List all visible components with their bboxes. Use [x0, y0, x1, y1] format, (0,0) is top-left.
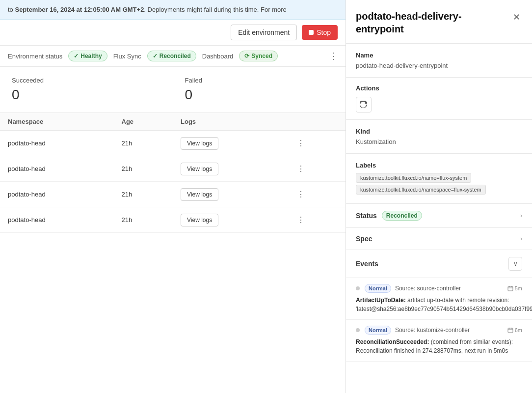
table-row: podtato-head 21h View logs ⋮ [0, 156, 346, 182]
cell-age: 21h [114, 207, 173, 233]
view-logs-button[interactable]: View logs [181, 188, 218, 201]
reconciled-badge-text: Reconciled [160, 53, 191, 59]
stop-label: Stop [317, 28, 331, 36]
banner-date: September 16, 2024 at 12:05:00 AM GMT+2 [15, 6, 144, 13]
cell-namespace: podtato-head [0, 207, 114, 233]
status-chevron-icon: › [520, 212, 522, 219]
col-logs: Logs [173, 113, 287, 131]
event-meta: Normal Source: kustomize-controller 6m [356, 326, 522, 335]
stop-button[interactable]: Stop [302, 25, 338, 40]
banner-suffix: . Deployments might fail during this tim… [144, 6, 286, 13]
sync-icon [244, 53, 249, 59]
status-section-label: Status [356, 212, 377, 220]
event-time: 5m [507, 285, 522, 291]
label-tag: kustomize.toolkit.fluxcd.io/namespace=fl… [356, 185, 486, 195]
calendar-icon [507, 327, 513, 333]
cell-actions: ⋮ [287, 182, 346, 207]
row-actions-button[interactable]: ⋮ [295, 213, 307, 226]
chevron-down-icon: ∨ [513, 260, 518, 267]
synced-badge-text: Synced [251, 53, 272, 59]
cell-actions: ⋮ [287, 156, 346, 182]
banner: to September 16, 2024 at 12:05:00 AM GMT… [0, 0, 346, 20]
collapse-events-button[interactable]: ∨ [508, 257, 522, 271]
view-logs-button[interactable]: View logs [181, 137, 218, 150]
close-button[interactable]: ✕ [511, 10, 522, 25]
cell-logs: View logs [173, 131, 287, 156]
svg-rect-4 [508, 328, 513, 333]
name-value: podtato-head-delivery-entrypoint [356, 62, 522, 69]
col-age: Age [114, 113, 173, 131]
succeeded-value: 0 [12, 87, 161, 103]
status-row-left: Status Reconciled [356, 211, 422, 221]
deployments-table: Namespace Age Logs podtato-head 21h View… [0, 113, 346, 233]
right-panel: podtato-head-delivery-entrypoint ✕ Name … [346, 0, 532, 393]
reconciled-badge: Reconciled [147, 51, 196, 61]
kind-label: Kind [356, 128, 522, 135]
row-actions-button[interactable]: ⋮ [295, 188, 307, 201]
reconciled-check-icon [153, 53, 158, 59]
spec-section-label: Spec [356, 235, 372, 243]
cell-actions: ⋮ [287, 207, 346, 233]
event-dot-icon [356, 286, 360, 290]
dashboard-label: Dashboard [202, 53, 234, 60]
row-actions-button[interactable]: ⋮ [295, 162, 307, 175]
status-section-row[interactable]: Status Reconciled › [346, 204, 532, 228]
status-reconciled-badge: Reconciled [382, 211, 422, 221]
event-body: ReconciliationSucceeded: (combined from … [356, 337, 522, 355]
right-panel-title: podtato-head-delivery-entrypoint [356, 10, 508, 35]
labels-section: Labels kustomize.toolkit.fluxcd.io/name=… [346, 154, 532, 204]
view-logs-button[interactable]: View logs [181, 214, 218, 226]
event-body: ArtifactUpToDate: artifact up-to-date wi… [356, 296, 522, 313]
events-container: Normal Source: source-controller 5m Arti… [346, 278, 532, 362]
svg-rect-0 [508, 286, 513, 291]
labels-container: kustomize.toolkit.fluxcd.io/name=flux-sy… [356, 172, 522, 196]
cell-actions: ⋮ [287, 131, 346, 156]
actions-section: Actions [346, 78, 532, 120]
event-body-bold: ReconciliationSucceeded: [356, 338, 429, 345]
healthy-badge-text: Healthy [80, 53, 102, 59]
succeeded-stat: Succeeded 0 [0, 67, 173, 112]
stats-row: Succeeded 0 Failed 0 [0, 67, 346, 113]
event-dot-icon [356, 328, 360, 332]
failed-value: 0 [185, 87, 334, 103]
event-type-badge: Normal [365, 326, 391, 335]
flux-sync-label: Flux Sync [113, 53, 141, 60]
healthy-badge: Healthy [68, 51, 107, 61]
actions-label: Actions [356, 84, 522, 92]
more-options-icon[interactable]: ⋮ [329, 51, 338, 61]
event-time: 6m [507, 327, 522, 333]
labels-label: Labels [356, 162, 522, 169]
kind-value: Kustomization [356, 138, 522, 145]
event-item: Normal Source: source-controller 5m Arti… [346, 278, 532, 320]
name-label: Name [356, 52, 522, 59]
view-logs-button[interactable]: View logs [181, 163, 218, 175]
stop-icon [309, 30, 314, 35]
left-panel: to September 16, 2024 at 12:05:00 AM GMT… [0, 0, 346, 393]
cell-logs: View logs [173, 207, 287, 233]
failed-label: Failed [185, 77, 334, 84]
toolbar: Edit environment Stop [0, 20, 346, 46]
edit-environment-button[interactable]: Edit environment [231, 25, 297, 40]
event-source: Source: source-controller [395, 285, 461, 292]
row-actions-button[interactable]: ⋮ [295, 137, 307, 150]
col-actions [287, 113, 346, 131]
cell-namespace: podtato-head [0, 156, 114, 182]
spec-section-row[interactable]: Spec › [346, 228, 532, 250]
event-meta: Normal Source: source-controller 5m [356, 284, 522, 293]
name-section: Name podtato-head-delivery-entrypoint [346, 44, 532, 78]
col-namespace: Namespace [0, 113, 114, 131]
cell-age: 21h [114, 182, 173, 207]
refresh-button[interactable] [356, 97, 372, 112]
env-status-label: Environment status [8, 53, 62, 60]
calendar-icon [507, 285, 513, 291]
table-container: Namespace Age Logs podtato-head 21h View… [0, 113, 346, 393]
table-header-row: Namespace Age Logs [0, 113, 346, 131]
label-tag: kustomize.toolkit.fluxcd.io/name=flux-sy… [356, 173, 471, 183]
right-panel-header: podtato-head-delivery-entrypoint ✕ [346, 0, 532, 44]
table-row: podtato-head 21h View logs ⋮ [0, 182, 346, 207]
events-section: Events ∨ Normal Source: source-controlle… [346, 250, 532, 362]
events-header: Events ∨ [346, 250, 532, 278]
status-bar: Environment status Healthy Flux Sync Rec… [0, 46, 346, 67]
cell-age: 21h [114, 131, 173, 156]
spec-row-left: Spec [356, 235, 372, 243]
